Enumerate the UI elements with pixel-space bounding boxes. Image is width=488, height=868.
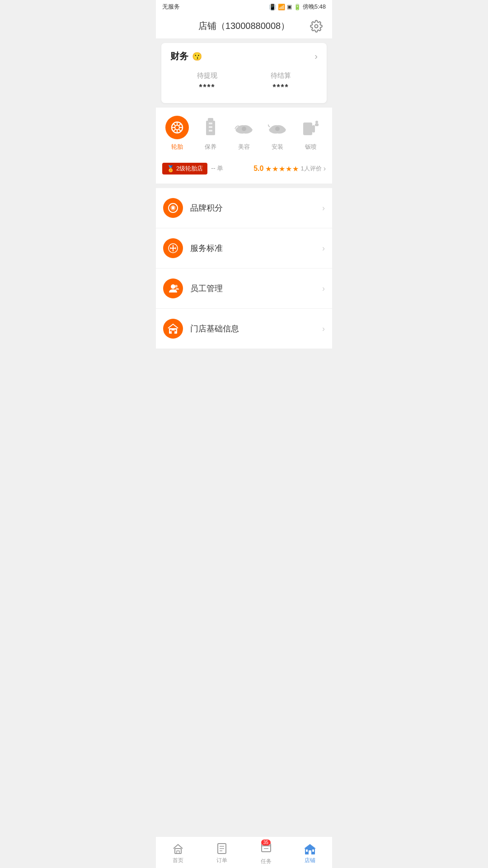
employee-mgmt-icon-wrap (163, 278, 183, 298)
finance-card: 财务 😗 › 待提现 **** 待结算 **** (161, 43, 327, 103)
medal-icon: 🏅 (167, 165, 174, 172)
battery-icon: 🔋 (294, 4, 301, 10)
svg-rect-22 (315, 123, 319, 126)
star-3: ★ (279, 165, 285, 173)
employee-mgmt-label: 员工管理 (190, 283, 322, 294)
rating-count: 1人评价 (300, 165, 321, 173)
shop-badge-text: 2级轮胎店 (176, 165, 203, 173)
menu-item-service-standard[interactable]: 服务标准 › (156, 228, 332, 269)
rating-score: 5.0 (253, 165, 263, 173)
svg-rect-21 (312, 125, 315, 132)
shop-orders: -- 单 (211, 165, 250, 173)
status-signal: 无服务 (162, 3, 180, 11)
pending-settle-value: **** (271, 83, 291, 92)
service-install[interactable]: 安装 (264, 116, 291, 151)
service-paint[interactable]: 钣喷 (297, 116, 324, 151)
service-tire[interactable]: 轮胎 (164, 116, 191, 151)
services-grid: 轮胎 保养 (156, 116, 332, 151)
svg-rect-14 (209, 126, 212, 128)
maintain-label: 保养 (205, 143, 216, 151)
install-icon-wrap (266, 116, 289, 139)
pending-settle: 待结算 **** (271, 71, 291, 92)
svg-point-2 (175, 125, 179, 130)
beauty-icon-wrap (232, 116, 256, 139)
service-standard-icon-wrap (163, 238, 183, 258)
tire-label: 轮胎 (171, 143, 183, 151)
svg-line-7 (174, 124, 176, 126)
shop-badge: 🏅 2级轮胎店 (162, 163, 207, 175)
brand-points-arrow: › (322, 203, 325, 213)
status-time: 傍晚5:48 (303, 3, 326, 11)
pending-withdraw-label: 待提现 (197, 71, 217, 80)
menu-item-store-info[interactable]: 门店基础信息 › (156, 309, 332, 349)
rating-arrow: › (324, 165, 326, 173)
star-2: ★ (272, 165, 278, 173)
brand-points-label: 品牌积分 (190, 203, 322, 213)
svg-point-0 (315, 24, 318, 28)
eye-icon[interactable]: 😗 (192, 52, 202, 61)
svg-point-17 (275, 127, 280, 131)
status-bar: 无服务 📳 📶 ▣ 🔋 傍晚5:48 (156, 0, 332, 14)
finance-arrow[interactable]: › (314, 51, 318, 61)
sim-icon: ▣ (287, 4, 292, 10)
wifi-icon: 📶 (278, 4, 285, 10)
finance-title: 财务 (170, 50, 188, 62)
star-1: ★ (265, 165, 272, 173)
maintain-icon-wrap (199, 116, 222, 139)
svg-line-9 (179, 124, 181, 126)
shop-rating[interactable]: 5.0 ★ ★ ★ ★ ★ 1人评价 › (253, 165, 326, 173)
pending-settle-label: 待结算 (271, 71, 291, 80)
svg-rect-35 (174, 330, 176, 331)
svg-rect-15 (209, 130, 212, 132)
svg-point-30 (171, 284, 175, 289)
finance-amounts: 待提现 **** 待结算 **** (170, 71, 318, 92)
shop-info-bar: 🏅 2级轮胎店 -- 单 5.0 ★ ★ ★ ★ ★ 1人评价 › (156, 157, 332, 180)
svg-point-23 (315, 121, 318, 123)
beauty-label: 美容 (238, 143, 250, 151)
menu-item-employee-mgmt[interactable]: 员工管理 › (156, 269, 332, 309)
svg-line-10 (174, 129, 176, 132)
service-standard-label: 服务标准 (190, 243, 322, 254)
bluetooth-icon: 📳 (269, 4, 276, 10)
paint-icon-wrap (299, 116, 323, 139)
service-standard-arrow: › (322, 244, 325, 253)
pending-withdraw: 待提现 **** (197, 71, 217, 92)
svg-rect-33 (172, 330, 174, 334)
pending-withdraw-value: **** (197, 83, 217, 92)
install-label: 安装 (272, 143, 283, 151)
service-maintain[interactable]: 保养 (197, 116, 224, 151)
header: 店铺（13000880008） (156, 14, 332, 38)
star-5: ★ (292, 165, 299, 173)
star-4: ★ (286, 165, 292, 173)
menu-item-brand-points[interactable]: 品牌积分 › (156, 188, 332, 228)
store-info-icon-wrap (163, 319, 183, 339)
brand-points-icon-wrap (163, 198, 183, 218)
page-title: 店铺（13000880008） (198, 20, 290, 32)
finance-header: 财务 😗 › (170, 50, 318, 62)
service-beauty[interactable]: 美容 (230, 116, 258, 151)
status-right: 📳 📶 ▣ 🔋 傍晚5:48 (269, 3, 326, 11)
svg-line-8 (179, 129, 181, 132)
tire-icon-wrap (165, 116, 189, 139)
svg-point-31 (175, 285, 178, 288)
settings-button[interactable] (309, 19, 324, 34)
stars: ★ ★ ★ ★ ★ (265, 165, 299, 173)
svg-point-16 (242, 127, 246, 131)
svg-rect-34 (170, 330, 172, 331)
svg-rect-20 (303, 123, 312, 135)
menu-list: 品牌积分 › 服务标准 › (156, 188, 332, 349)
paint-label: 钣喷 (305, 143, 317, 151)
finance-title-row: 财务 😗 (170, 50, 202, 62)
employee-mgmt-arrow: › (322, 284, 325, 293)
store-info-label: 门店基础信息 (190, 323, 322, 334)
services-section: 轮胎 保养 (156, 108, 332, 184)
svg-rect-13 (209, 123, 212, 124)
store-info-arrow: › (322, 324, 325, 334)
